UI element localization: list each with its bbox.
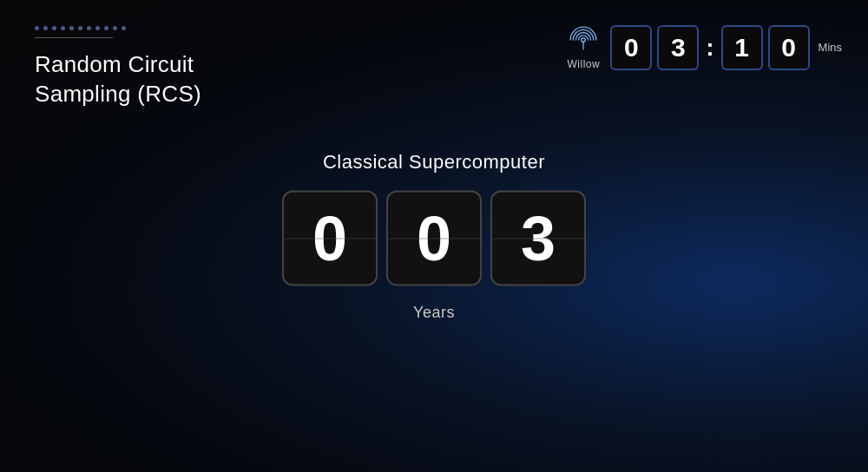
flip-digit-2: 3 — [521, 207, 556, 270]
top-left-divider — [35, 37, 113, 38]
dot-1 — [35, 26, 39, 30]
dot-9 — [104, 26, 108, 30]
dot-6 — [78, 26, 82, 30]
top-left-section: Random Circuit Sampling (RCS) — [35, 26, 201, 109]
dot-2 — [43, 26, 48, 30]
flip-digit-box-0: 0 — [282, 191, 378, 286]
center-unit-label: Years — [413, 304, 455, 322]
timer-digit-2: 1 — [721, 25, 763, 70]
flip-digit-box-2: 3 — [490, 191, 586, 286]
dot-11 — [122, 26, 126, 30]
dot-8 — [95, 26, 100, 30]
flip-digits-row: 0 0 3 — [282, 191, 586, 286]
willow-fingerprint-icon — [568, 24, 599, 56]
center-subtitle: Classical Supercomputer — [323, 151, 545, 174]
dot-7 — [87, 26, 91, 30]
timer-unit-label: Mins — [819, 41, 842, 54]
willow-label: Willow — [568, 58, 601, 70]
page-title: Random Circuit Sampling (RCS) — [35, 50, 201, 109]
dot-4 — [61, 26, 65, 30]
top-right-section: Willow 0 3 : 1 0 Mins — [568, 24, 842, 70]
title-line2: Sampling (RCS) — [35, 81, 201, 107]
center-section: Classical Supercomputer 0 0 3 Years — [282, 151, 586, 322]
dot-10 — [113, 26, 117, 30]
willow-logo: Willow — [568, 24, 601, 70]
dot-5 — [69, 26, 74, 30]
title-line1: Random Circuit — [35, 51, 194, 77]
flip-digit-0: 0 — [312, 207, 347, 270]
timer-colon: : — [706, 34, 713, 62]
dot-3 — [52, 26, 56, 30]
timer-digit-0: 0 — [610, 25, 652, 70]
timer-display: 0 3 : 1 0 Mins — [610, 25, 842, 70]
flip-digit-box-1: 0 — [386, 191, 482, 286]
main-content: Random Circuit Sampling (RCS) Willow 0 3 — [0, 0, 868, 472]
decorative-dots — [35, 26, 201, 30]
timer-digit-3: 0 — [768, 25, 810, 70]
timer-digit-1: 3 — [657, 25, 699, 70]
flip-digit-1: 0 — [417, 207, 451, 270]
